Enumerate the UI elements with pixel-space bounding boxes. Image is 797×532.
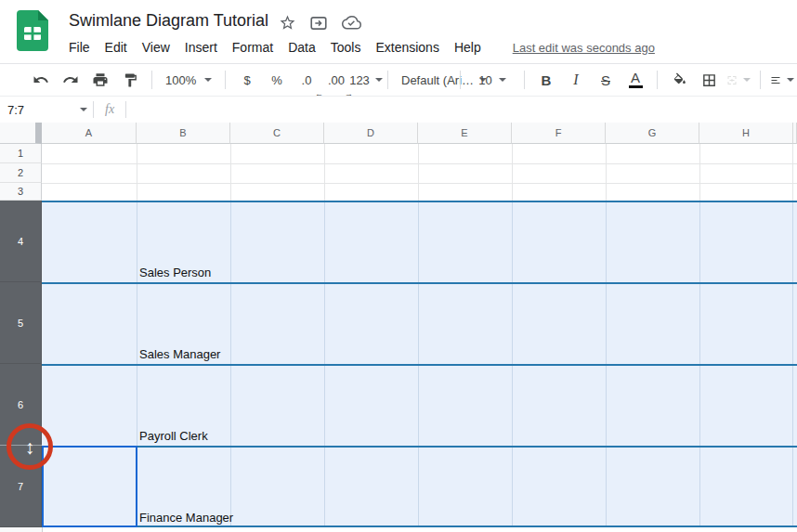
- print-icon: [92, 71, 109, 88]
- google-sheets-app: Swimlane Diagram Tutorial File Edit View…: [0, 0, 797, 532]
- lane-border: [42, 364, 797, 366]
- horizontal-align-button[interactable]: [770, 68, 794, 92]
- row-header-8-partial[interactable]: [0, 527, 43, 532]
- format-percent-button[interactable]: %: [265, 68, 289, 92]
- bold-button[interactable]: B: [534, 68, 558, 92]
- fill-color-button[interactable]: [667, 68, 691, 92]
- column-header-c[interactable]: C: [230, 123, 324, 144]
- toolbar-divider: [524, 71, 525, 89]
- cell-b7-label: Finance Manager: [139, 511, 233, 526]
- chevron-down-icon: [375, 78, 383, 82]
- menu-format[interactable]: Format: [225, 37, 281, 58]
- cell-b6-label: Payroll Clerk: [139, 429, 208, 444]
- star-icon[interactable]: [279, 14, 296, 32]
- formula-bar: 7:7 fx: [0, 97, 797, 123]
- column-header-g[interactable]: G: [606, 123, 699, 144]
- column-header-f[interactable]: F: [512, 123, 606, 144]
- lane-border[interactable]: [42, 446, 797, 448]
- cell-b5-label: Sales Manager: [139, 347, 220, 362]
- column-header-a[interactable]: A: [42, 123, 137, 144]
- column-header-d[interactable]: D: [324, 123, 418, 144]
- text-color-button[interactable]: A: [623, 68, 647, 92]
- fx-icon: fx: [94, 102, 125, 117]
- toolbar-divider: [151, 71, 152, 89]
- row-resize-cursor-icon: ↕: [25, 437, 35, 457]
- row-header-1[interactable]: 1: [0, 144, 42, 163]
- row-header-4[interactable]: 4: [0, 201, 42, 282]
- menu-view[interactable]: View: [135, 37, 177, 58]
- active-cell-a7[interactable]: [42, 446, 137, 527]
- chevron-down-icon: [743, 78, 751, 82]
- gridline: [230, 144, 231, 201]
- zoom-select[interactable]: 100%: [162, 68, 216, 92]
- paint-format-icon: [123, 72, 138, 88]
- menu-data[interactable]: Data: [281, 37, 323, 58]
- menu-tools[interactable]: Tools: [323, 37, 369, 58]
- column-header-e[interactable]: E: [418, 123, 512, 144]
- menu-extensions[interactable]: Extensions: [368, 37, 446, 58]
- chevron-down-icon: [787, 78, 794, 82]
- increase-decimal-button[interactable]: .00→: [324, 68, 348, 92]
- fill-color-icon: [672, 72, 687, 88]
- row-header-5[interactable]: 5: [0, 282, 42, 364]
- name-box[interactable]: 7:7: [0, 103, 93, 117]
- text-color-swatch: [629, 85, 643, 88]
- cell-b4-label: Sales Person: [139, 266, 211, 280]
- font-select[interactable]: Default (Ari…: [398, 68, 451, 92]
- toolbar-divider: [387, 71, 388, 89]
- chevron-down-icon: [499, 78, 506, 82]
- print-button[interactable]: [88, 68, 112, 92]
- menu-insert[interactable]: Insert: [177, 37, 225, 58]
- decrease-decimal-button[interactable]: .0←: [294, 68, 319, 92]
- toolbar-divider: [460, 71, 461, 89]
- cloud-saved-icon[interactable]: [341, 15, 361, 31]
- sheets-logo[interactable]: [16, 9, 49, 52]
- select-all-corner[interactable]: [0, 123, 42, 144]
- document-title[interactable]: Swimlane Diagram Tutorial: [69, 11, 268, 31]
- column-header-partial[interactable]: [793, 123, 797, 144]
- toolbar-divider: [225, 71, 226, 89]
- column-header-b[interactable]: B: [137, 123, 230, 144]
- merge-cells-icon: [726, 72, 738, 88]
- lane-border: [42, 526, 797, 527]
- lane-border: [42, 282, 797, 284]
- arrow-left-icon: ←: [315, 89, 323, 97]
- italic-button[interactable]: I: [564, 68, 588, 92]
- redo-button[interactable]: [59, 68, 83, 92]
- align-left-icon: [770, 72, 781, 88]
- more-formats-button[interactable]: 123: [354, 68, 378, 92]
- gridline: [512, 144, 513, 201]
- format-currency-button[interactable]: $: [235, 68, 259, 92]
- gridline: [42, 183, 797, 184]
- menu-edit[interactable]: Edit: [98, 37, 135, 58]
- font-size-select[interactable]: 10: [470, 68, 515, 92]
- toolbar-divider: [760, 71, 761, 89]
- strikethrough-button[interactable]: S: [594, 68, 618, 92]
- gridline: [137, 144, 137, 201]
- undo-button[interactable]: [29, 68, 53, 92]
- toolbar: 100% $ % .0← .00→ 123 Default (Ari… 10 B…: [0, 64, 797, 97]
- chevron-down-icon: [80, 108, 87, 111]
- borders-button[interactable]: [697, 68, 721, 92]
- gridline: [606, 144, 607, 201]
- gridline: [324, 144, 325, 201]
- column-header-h[interactable]: H: [699, 123, 793, 144]
- chevron-down-icon: [204, 78, 212, 82]
- row-header-3[interactable]: 3: [0, 183, 42, 201]
- paint-format-button[interactable]: [118, 68, 142, 92]
- formula-bar-divider: [125, 101, 126, 118]
- gridline: [699, 144, 700, 201]
- gridline: [42, 163, 797, 164]
- lane-border: [42, 201, 797, 202]
- annotation-highlight-circle: ↕: [7, 423, 53, 470]
- redo-icon: [62, 71, 79, 88]
- toolbar-divider: [657, 71, 658, 89]
- menu-file[interactable]: File: [61, 37, 98, 58]
- merge-cells-button[interactable]: [726, 68, 751, 92]
- move-to-folder-icon[interactable]: [309, 15, 328, 32]
- spreadsheet-grid: A B C D E F G H 1 2 3: [0, 123, 797, 532]
- menu-help[interactable]: Help: [447, 37, 489, 58]
- row-header-2[interactable]: 2: [0, 163, 42, 183]
- last-edit-link[interactable]: Last edit was seconds ago: [513, 41, 655, 55]
- borders-icon: [701, 72, 717, 88]
